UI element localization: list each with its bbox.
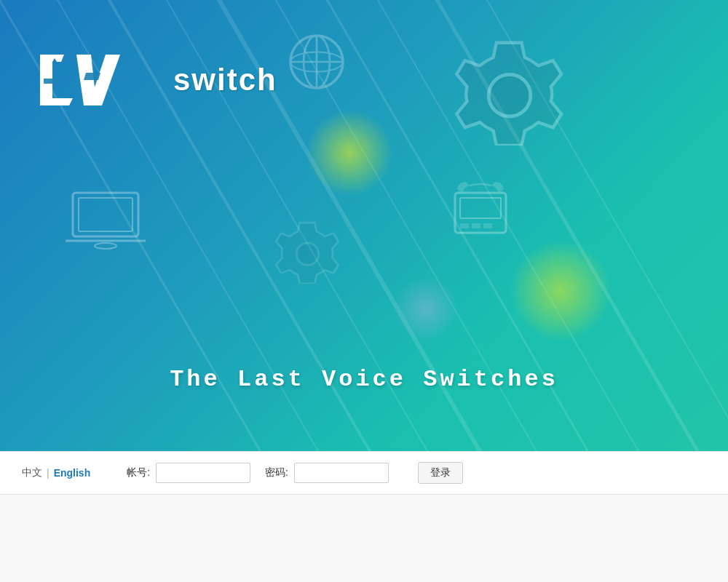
hero-banner: switch The Last Voice Switches (0, 0, 728, 451)
phone-icon (444, 171, 517, 244)
password-label: 密码: (265, 466, 288, 479)
lang-divider: | (47, 467, 50, 479)
bottom-area (0, 495, 728, 582)
svg-point-10 (95, 243, 116, 249)
password-group: 密码: (265, 463, 389, 483)
lang-chinese-button[interactable]: 中文 (22, 466, 42, 479)
login-bar: 中文 | English 帐号: 密码: 登录 (0, 451, 728, 495)
svg-point-5 (488, 74, 531, 116)
svg-rect-14 (472, 223, 480, 228)
glow-orb-3 (393, 276, 459, 342)
svg-rect-7 (73, 193, 138, 236)
gear-small-icon (273, 215, 342, 284)
account-input[interactable] (156, 463, 250, 483)
logo-switch-text: switch (173, 63, 277, 97)
svg-marker-18 (44, 79, 62, 84)
svg-rect-15 (483, 223, 492, 228)
hero-tagline: The Last Voice Switches (0, 366, 728, 393)
password-input[interactable] (294, 463, 389, 483)
language-switcher: 中文 | English (22, 466, 90, 479)
login-button[interactable]: 登录 (418, 462, 463, 484)
svg-rect-13 (460, 223, 469, 228)
lang-english-button[interactable]: English (54, 467, 91, 479)
svg-rect-8 (79, 198, 132, 231)
account-group: 帐号: (127, 463, 250, 483)
glow-orb-2 (510, 240, 612, 342)
laptop-icon (66, 186, 146, 251)
page-wrapper: switch The Last Voice Switches 中文 | Engl… (0, 0, 728, 582)
account-label: 帐号: (127, 466, 150, 479)
gear-large-icon (451, 29, 568, 146)
svg-point-6 (296, 243, 318, 265)
svg-rect-12 (460, 198, 501, 218)
glow-orb-1 (306, 109, 393, 196)
logo-area: switch (36, 44, 277, 116)
lv-logo (36, 44, 167, 116)
globe-icon (284, 29, 349, 95)
svg-marker-20 (84, 73, 100, 80)
